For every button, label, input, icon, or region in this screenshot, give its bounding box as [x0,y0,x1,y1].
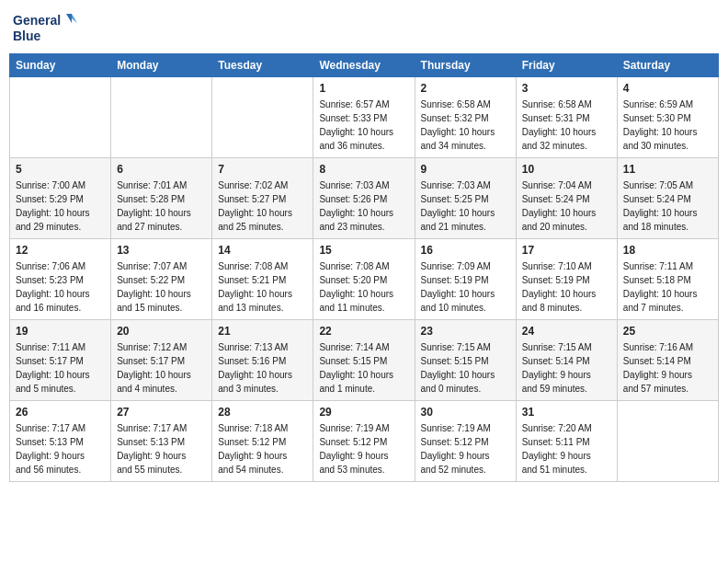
calendar-cell: 29Sunrise: 7:19 AM Sunset: 5:12 PM Dayli… [313,401,415,482]
weekday-header: Monday [111,54,212,77]
day-number: 6 [117,163,206,176]
logo: General Blue [13,9,77,46]
day-number: 2 [421,82,510,95]
calendar-cell: 21Sunrise: 7:13 AM Sunset: 5:16 PM Dayli… [212,320,313,401]
day-info: Sunrise: 7:13 AM Sunset: 5:16 PM Dayligh… [218,340,307,396]
day-number: 28 [218,406,307,419]
calendar-cell: 9Sunrise: 7:03 AM Sunset: 5:25 PM Daylig… [415,158,516,239]
day-number: 21 [218,325,307,338]
weekday-header: Friday [516,54,617,77]
day-number: 26 [16,406,105,419]
day-info: Sunrise: 6:57 AM Sunset: 5:33 PM Dayligh… [319,98,408,153]
day-info: Sunrise: 7:08 AM Sunset: 5:20 PM Dayligh… [319,259,408,315]
day-info: Sunrise: 7:02 AM Sunset: 5:27 PM Dayligh… [218,178,307,234]
calendar-cell: 12Sunrise: 7:06 AM Sunset: 5:23 PM Dayli… [10,239,111,320]
day-number: 22 [319,325,408,338]
calendar-cell: 13Sunrise: 7:07 AM Sunset: 5:22 PM Dayli… [111,239,212,320]
calendar-cell: 2Sunrise: 6:58 AM Sunset: 5:32 PM Daylig… [415,77,516,158]
svg-text:General: General [13,13,61,28]
calendar-cell [617,401,718,482]
weekday-header: Sunday [10,54,111,77]
calendar-cell: 30Sunrise: 7:19 AM Sunset: 5:12 PM Dayli… [415,401,516,482]
page-header: General Blue [9,9,719,46]
day-info: Sunrise: 7:03 AM Sunset: 5:26 PM Dayligh… [319,178,408,234]
day-info: Sunrise: 7:10 AM Sunset: 5:19 PM Dayligh… [522,259,611,315]
calendar-week-row: 5Sunrise: 7:00 AM Sunset: 5:29 PM Daylig… [10,158,719,239]
day-number: 29 [319,406,408,419]
day-info: Sunrise: 7:11 AM Sunset: 5:17 PM Dayligh… [16,340,105,396]
day-number: 11 [623,163,712,176]
calendar-table: SundayMondayTuesdayWednesdayThursdayFrid… [9,53,719,482]
day-number: 19 [16,325,105,338]
calendar-cell: 23Sunrise: 7:15 AM Sunset: 5:15 PM Dayli… [415,320,516,401]
day-info: Sunrise: 7:15 AM Sunset: 5:14 PM Dayligh… [522,340,611,396]
weekday-header: Thursday [415,54,516,77]
calendar-cell: 7Sunrise: 7:02 AM Sunset: 5:27 PM Daylig… [212,158,313,239]
day-info: Sunrise: 7:11 AM Sunset: 5:18 PM Dayligh… [623,259,712,315]
day-number: 14 [218,244,307,257]
calendar-cell: 28Sunrise: 7:18 AM Sunset: 5:12 PM Dayli… [212,401,313,482]
calendar-cell: 5Sunrise: 7:00 AM Sunset: 5:29 PM Daylig… [10,158,111,239]
day-info: Sunrise: 7:06 AM Sunset: 5:23 PM Dayligh… [16,259,105,315]
day-number: 17 [522,244,611,257]
day-info: Sunrise: 7:20 AM Sunset: 5:11 PM Dayligh… [522,421,611,477]
day-info: Sunrise: 7:17 AM Sunset: 5:13 PM Dayligh… [117,421,206,477]
calendar-cell: 1Sunrise: 6:57 AM Sunset: 5:33 PM Daylig… [313,77,415,158]
calendar-cell: 16Sunrise: 7:09 AM Sunset: 5:19 PM Dayli… [415,239,516,320]
day-info: Sunrise: 7:03 AM Sunset: 5:25 PM Dayligh… [421,178,510,234]
weekday-header: Wednesday [313,54,415,77]
day-info: Sunrise: 6:58 AM Sunset: 5:32 PM Dayligh… [421,98,510,153]
calendar-cell: 10Sunrise: 7:04 AM Sunset: 5:24 PM Dayli… [516,158,617,239]
calendar-cell: 14Sunrise: 7:08 AM Sunset: 5:21 PM Dayli… [212,239,313,320]
calendar-cell: 22Sunrise: 7:14 AM Sunset: 5:15 PM Dayli… [313,320,415,401]
calendar-cell: 3Sunrise: 6:58 AM Sunset: 5:31 PM Daylig… [516,77,617,158]
weekday-header: Saturday [617,54,718,77]
calendar-cell [111,77,212,158]
day-info: Sunrise: 7:08 AM Sunset: 5:21 PM Dayligh… [218,259,307,315]
day-number: 5 [16,163,105,176]
calendar-cell: 4Sunrise: 6:59 AM Sunset: 5:30 PM Daylig… [617,77,718,158]
calendar-cell: 18Sunrise: 7:11 AM Sunset: 5:18 PM Dayli… [617,239,718,320]
calendar-cell: 27Sunrise: 7:17 AM Sunset: 5:13 PM Dayli… [111,401,212,482]
weekday-header-row: SundayMondayTuesdayWednesdayThursdayFrid… [10,54,719,77]
day-number: 18 [623,244,712,257]
svg-marker-3 [66,14,72,23]
day-info: Sunrise: 7:14 AM Sunset: 5:15 PM Dayligh… [319,340,408,396]
day-number: 10 [522,163,611,176]
day-info: Sunrise: 7:19 AM Sunset: 5:12 PM Dayligh… [421,421,510,477]
calendar-cell: 15Sunrise: 7:08 AM Sunset: 5:20 PM Dayli… [313,239,415,320]
day-number: 9 [421,163,510,176]
day-info: Sunrise: 7:15 AM Sunset: 5:15 PM Dayligh… [421,340,510,396]
day-info: Sunrise: 7:19 AM Sunset: 5:12 PM Dayligh… [319,421,408,477]
day-number: 30 [421,406,510,419]
day-number: 12 [16,244,105,257]
calendar-cell [10,77,111,158]
day-info: Sunrise: 7:18 AM Sunset: 5:12 PM Dayligh… [218,421,307,477]
day-number: 1 [319,82,408,95]
day-info: Sunrise: 7:17 AM Sunset: 5:13 PM Dayligh… [16,421,105,477]
calendar-cell: 6Sunrise: 7:01 AM Sunset: 5:28 PM Daylig… [111,158,212,239]
day-number: 4 [623,82,712,95]
calendar-cell: 11Sunrise: 7:05 AM Sunset: 5:24 PM Dayli… [617,158,718,239]
calendar-week-row: 1Sunrise: 6:57 AM Sunset: 5:33 PM Daylig… [10,77,719,158]
day-info: Sunrise: 7:16 AM Sunset: 5:14 PM Dayligh… [623,340,712,396]
day-number: 3 [522,82,611,95]
day-number: 20 [117,325,206,338]
day-number: 27 [117,406,206,419]
day-info: Sunrise: 6:59 AM Sunset: 5:30 PM Dayligh… [623,98,712,153]
day-number: 23 [421,325,510,338]
day-number: 8 [319,163,408,176]
calendar-cell: 20Sunrise: 7:12 AM Sunset: 5:17 PM Dayli… [111,320,212,401]
day-info: Sunrise: 7:01 AM Sunset: 5:28 PM Dayligh… [117,178,206,234]
day-info: Sunrise: 7:04 AM Sunset: 5:24 PM Dayligh… [522,178,611,234]
day-number: 31 [522,406,611,419]
calendar-cell: 19Sunrise: 7:11 AM Sunset: 5:17 PM Dayli… [10,320,111,401]
logo-svg: General Blue [13,9,77,46]
day-number: 7 [218,163,307,176]
day-info: Sunrise: 7:12 AM Sunset: 5:17 PM Dayligh… [117,340,206,396]
day-number: 25 [623,325,712,338]
day-info: Sunrise: 7:09 AM Sunset: 5:19 PM Dayligh… [421,259,510,315]
day-info: Sunrise: 7:05 AM Sunset: 5:24 PM Dayligh… [623,178,712,234]
day-number: 24 [522,325,611,338]
calendar-week-row: 12Sunrise: 7:06 AM Sunset: 5:23 PM Dayli… [10,239,719,320]
